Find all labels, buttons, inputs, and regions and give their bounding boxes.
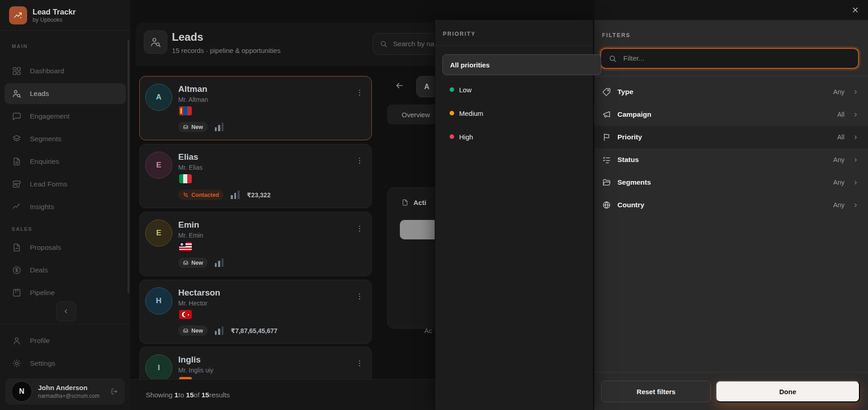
folder-open-icon <box>602 178 611 187</box>
filter-value: All <box>837 133 844 141</box>
detail-avatar-chip[interactable]: A <box>416 76 437 97</box>
priority-option-high[interactable]: High <box>442 127 593 147</box>
bar-chart-icon <box>231 191 240 199</box>
filter-row-priority[interactable]: Priority All <box>594 126 868 148</box>
priority-option-all[interactable]: All priorities <box>442 54 601 75</box>
lead-contact: Mr. Elias <box>178 164 203 171</box>
app-logo: Lead Trackr by Upbooks <box>9 6 76 24</box>
lead-value: ₹23,322 <box>247 191 271 199</box>
sidebar-item-insights[interactable]: Insights <box>5 196 126 217</box>
filter-row-status[interactable]: Status Any <box>594 148 868 171</box>
kebab-menu-icon[interactable] <box>355 156 364 167</box>
sidebar: Lead Trackr by Upbooks MAIN Dashboard Le… <box>0 0 131 410</box>
sidebar-item-segments[interactable]: Segments <box>5 129 126 149</box>
user-email: narmadha+@scrrum.com <box>38 393 110 399</box>
divider <box>435 45 593 46</box>
country-flag <box>179 106 192 115</box>
layers-icon <box>12 134 22 144</box>
bar-chart-icon <box>215 326 224 335</box>
filter-label: Country <box>617 201 833 209</box>
avatar: H <box>145 287 172 315</box>
lead-contact: Mr. Altman <box>178 96 208 103</box>
sidebar-divider <box>0 324 130 324</box>
sidebar-item-label: Enquiries <box>30 157 59 166</box>
filter-row-type[interactable]: Type Any <box>594 81 868 103</box>
high-priority-dot <box>450 134 454 139</box>
filters-header: FILTERS <box>602 32 631 38</box>
user-name: John Anderson <box>38 384 110 391</box>
sidebar-item-label: Segments <box>30 135 62 143</box>
filter-label: Campaign <box>617 110 837 119</box>
done-button[interactable]: Done <box>716 381 860 402</box>
bar-chart-icon <box>215 123 224 131</box>
kebab-menu-icon[interactable] <box>355 224 364 235</box>
lead-name: Elias <box>178 152 198 162</box>
sidebar-item-leads[interactable]: Leads <box>5 83 126 104</box>
chevron-right-icon <box>852 179 859 186</box>
list-checks-icon <box>602 155 611 164</box>
chevron-left-icon <box>62 307 70 315</box>
sidebar-collapse-button[interactable] <box>56 301 76 321</box>
close-icon[interactable] <box>851 6 859 14</box>
filter-value: Any <box>833 88 844 95</box>
sales-nav: Proposals Deals Pipeline <box>0 237 130 303</box>
filters-drawer: FILTERS Type Any Campaign All Priority A… <box>594 0 868 410</box>
avatar: N <box>11 381 32 402</box>
sidebar-divider <box>0 30 130 31</box>
bar-chart-icon <box>215 258 224 267</box>
low-priority-dot <box>450 87 454 92</box>
sidebar-item-dashboard[interactable]: Dashboard <box>5 61 126 81</box>
filter-value: Any <box>833 201 844 209</box>
filter-value: Any <box>833 156 844 163</box>
sidebar-item-enquiries[interactable]: Enquiries <box>5 151 126 172</box>
avatar: A <box>145 84 172 111</box>
gear-icon <box>12 358 22 368</box>
chevron-right-icon <box>852 134 859 141</box>
sidebar-item-label: Proposals <box>30 243 61 252</box>
filter-label: Type <box>617 88 833 96</box>
kebab-menu-icon[interactable] <box>355 292 364 303</box>
sidebar-item-deals[interactable]: Deals <box>5 260 126 281</box>
sidebar-footer-nav: Profile Settings <box>0 330 130 374</box>
kebab-menu-icon[interactable] <box>355 88 364 99</box>
user-card[interactable]: N John Anderson narmadha+@scrrum.com <box>5 378 125 405</box>
reset-filters-button[interactable]: Reset filters <box>601 381 711 402</box>
results-from: 1 <box>174 391 178 399</box>
avatar: E <box>145 152 172 179</box>
lead-card-elias[interactable]: E Elias Mr. Elias Contacted ₹23,322 <box>139 144 372 208</box>
lead-name: Inglis <box>178 355 201 365</box>
filter-row-country[interactable]: Country Any <box>594 194 868 216</box>
priority-option-low[interactable]: Low <box>442 80 593 100</box>
priority-option-medium[interactable]: Medium <box>442 103 593 123</box>
main-nav: Dashboard Leads Engagement Segments Enqu… <box>0 61 130 217</box>
filter-row-segments[interactable]: Segments Any <box>594 171 868 194</box>
filter-label: Status <box>617 156 833 164</box>
logout-icon[interactable] <box>110 387 119 396</box>
sidebar-item-profile[interactable]: Profile <box>5 330 126 351</box>
sidebar-item-proposals[interactable]: Proposals <box>5 237 126 258</box>
sidebar-item-lead-forms[interactable]: Lead Forms <box>5 174 126 195</box>
status-badge: New <box>178 122 208 132</box>
lead-card-emin[interactable]: E Emin Mr. Emin New <box>139 212 372 276</box>
avatar: I <box>145 354 172 381</box>
back-arrow-icon[interactable] <box>394 81 404 91</box>
flag-icon <box>602 133 611 142</box>
kebab-menu-icon[interactable] <box>355 359 364 370</box>
filter-row-campaign[interactable]: Campaign All <box>594 103 868 126</box>
sidebar-item-engagement[interactable]: Engagement <box>5 106 126 127</box>
phone-outgoing-icon <box>183 192 189 198</box>
app-title: Lead Trackr <box>33 8 76 17</box>
lead-card-hectarson[interactable]: H Hectarson Mr. Hector New ₹7,87,65,45,6… <box>139 280 372 344</box>
detail-stub-text: Ac <box>424 327 432 334</box>
lead-card-altman[interactable]: A Altman Mr. Altman New <box>139 76 372 140</box>
sidebar-item-pipeline[interactable]: Pipeline <box>5 282 126 303</box>
sidebar-item-settings[interactable]: Settings <box>5 353 126 374</box>
megaphone-icon <box>602 110 611 119</box>
sidebar-item-label: Settings <box>30 359 55 367</box>
divider <box>594 76 868 76</box>
status-badge: Contacted <box>178 190 223 200</box>
avatar: E <box>145 219 172 247</box>
page-title: Leads <box>172 31 203 43</box>
tab-overview[interactable]: Overview <box>402 111 430 119</box>
filter-input[interactable] <box>622 54 851 63</box>
